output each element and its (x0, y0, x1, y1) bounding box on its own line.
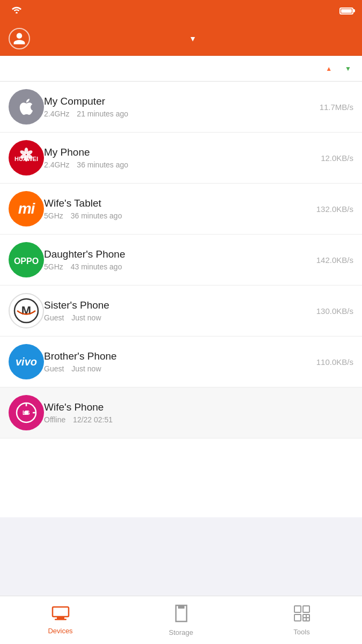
avatar-button[interactable] (9, 28, 30, 49)
device-info: Sister's Phone Guest Just now (44, 299, 316, 322)
device-item[interactable]: My Computer 2.4GHz 21 minutes ago 11.7MB… (0, 82, 362, 133)
motorola-icon: M (9, 293, 44, 328)
device-meta: 5GHz 36 minutes ago (44, 211, 316, 220)
device-name: My Computer (44, 96, 320, 107)
device-speed: 11.7MB/s (320, 103, 353, 112)
device-item[interactable]: M Sister's Phone Guest Just now 130.0KB/… (0, 286, 362, 336)
device-info: My Phone 2.4GHz 36 minutes ago (44, 147, 321, 169)
device-speed: 130.0KB/s (316, 306, 353, 316)
storage-nav-icon (174, 604, 189, 626)
svg-rect-17 (57, 617, 64, 619)
device-name: Wife's Tablet (44, 197, 316, 209)
device-list: My Computer 2.4GHz 21 minutes ago 11.7MB… (0, 82, 362, 517)
device-item[interactable]: OPPO Daughter's Phone 5GHz 43 minutes ag… (0, 235, 362, 286)
network-name[interactable]: ▼ (187, 34, 197, 43)
device-info: Brother's Phone Guest Just now (44, 350, 316, 373)
svg-rect-16 (53, 607, 69, 617)
upload-speed: ▲ (326, 65, 334, 72)
device-last-seen: 36 minutes ago (77, 160, 128, 169)
svg-rect-20 (303, 606, 309, 612)
device-last-seen: 36 minutes ago (71, 211, 122, 220)
device-info: Daughter's Phone 5GHz 43 minutes ago (44, 248, 316, 271)
svg-rect-21 (294, 614, 301, 621)
download-speed: ▼ (345, 65, 353, 72)
xiaomi-icon: mi (9, 191, 44, 226)
device-meta: 5GHz 43 minutes ago (44, 262, 316, 271)
svg-point-0 (16, 12, 18, 13)
bottom-nav: Devices Storage Tools (0, 596, 362, 644)
device-info: My Computer 2.4GHz 21 minutes ago (44, 96, 320, 118)
device-item[interactable]: mi Wife's Tablet 5GHz 36 minutes ago 132… (0, 184, 362, 235)
dropdown-arrow-icon: ▼ (189, 34, 197, 43)
device-band: 2.4GHz (44, 109, 69, 118)
svg-rect-25 (306, 618, 309, 621)
header: ▼ (0, 21, 362, 56)
device-meta: Guest Just now (44, 364, 316, 373)
speed-stats: ▲ ▼ (326, 65, 353, 72)
device-speed: 12.0KB/s (321, 153, 353, 163)
vivo-icon: vivo (9, 344, 44, 379)
apple-icon (9, 89, 44, 125)
device-meta: 2.4GHz 21 minutes ago (44, 109, 320, 118)
svg-rect-18 (55, 619, 67, 620)
wifi-icon (12, 6, 21, 16)
status-bar (0, 0, 362, 21)
status-bar-left (9, 6, 21, 16)
device-last-seen: 21 minutes ago (77, 109, 128, 118)
svg-text:M: M (21, 304, 31, 317)
oppo-icon: OPPO (9, 242, 44, 277)
svg-text:LG: LG (23, 410, 30, 416)
device-item[interactable]: LG Wife's Phone Offline 12/22 02:51 (0, 387, 362, 438)
device-speed: 110.0KB/s (316, 357, 353, 367)
huawei-icon: HUAWEI (9, 140, 44, 175)
device-speed: 132.0KB/s (316, 204, 353, 214)
download-arrow-icon: ▼ (345, 65, 351, 72)
device-info: Wife's Tablet 5GHz 36 minutes ago (44, 197, 316, 220)
device-meta: Offline 12/22 02:51 (44, 415, 353, 424)
device-last-seen: 43 minutes ago (71, 262, 122, 271)
device-name: Daughter's Phone (44, 248, 316, 260)
device-item[interactable]: vivo Brother's Phone Guest Just now 110.… (0, 336, 362, 387)
device-last-seen: 12/22 02:51 (73, 415, 113, 424)
stats-bar: ▲ ▼ (0, 56, 362, 82)
device-band: Guest (44, 364, 64, 373)
device-band: Offline (44, 415, 65, 424)
device-band: Guest (44, 313, 64, 322)
status-bar-right (339, 8, 353, 14)
device-name: Sister's Phone (44, 299, 316, 311)
device-name: Brother's Phone (44, 350, 316, 362)
svg-rect-19 (294, 606, 301, 612)
device-last-seen: Just now (71, 364, 101, 373)
device-info: Wife's Phone Offline 12/22 02:51 (44, 401, 353, 424)
lg-icon: LG (9, 395, 44, 430)
device-band: 2.4GHz (44, 160, 69, 169)
devices-nav-label: Devices (48, 627, 72, 635)
nav-item-tools[interactable]: Tools (241, 599, 362, 641)
battery-icon (339, 8, 353, 14)
device-meta: Guest Just now (44, 313, 316, 322)
device-band: 5GHz (44, 211, 63, 220)
device-meta: 2.4GHz 36 minutes ago (44, 160, 321, 169)
tools-nav-label: Tools (293, 628, 309, 636)
tools-nav-icon (293, 605, 311, 626)
device-item[interactable]: HUAWEI My Phone 2.4GHz 36 minutes ago 12… (0, 133, 362, 184)
svg-text:OPPO: OPPO (14, 257, 39, 266)
device-last-seen: Just now (71, 313, 101, 322)
devices-nav-icon (51, 606, 70, 625)
battery-fill (341, 9, 352, 13)
storage-nav-label: Storage (169, 628, 194, 636)
device-name: Wife's Phone (44, 401, 353, 413)
spacer (0, 517, 362, 596)
device-name: My Phone (44, 147, 321, 158)
upload-arrow-icon: ▲ (326, 65, 332, 72)
device-band: 5GHz (44, 262, 63, 271)
nav-item-storage[interactable]: Storage (121, 599, 241, 642)
device-speed: 142.0KB/s (316, 255, 353, 265)
nav-item-devices[interactable]: Devices (0, 601, 121, 640)
